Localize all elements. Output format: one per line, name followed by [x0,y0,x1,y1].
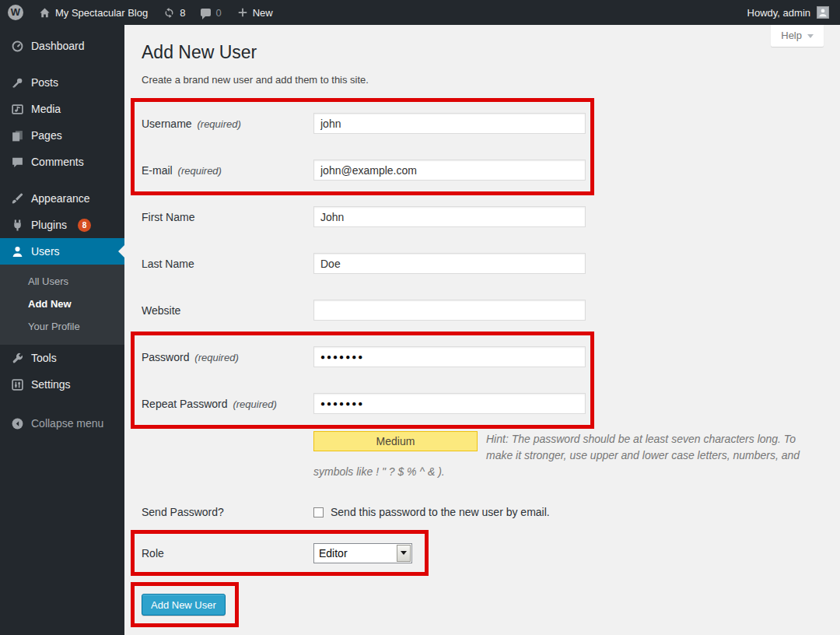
users-submenu: All Users Add New Your Profile [0,265,124,345]
settings-sliders-icon [10,377,24,391]
send-password-checkbox[interactable] [313,507,324,517]
collapse-menu-button[interactable]: Collapse menu [0,410,124,437]
highlight-box-role: Role Editor [131,530,429,576]
highlight-box-passwords: Password (required) Repeat Password (req… [131,332,594,429]
role-selected-value: Editor [314,547,396,560]
active-menu-arrow [112,245,124,258]
email-label: E-mail (required) [142,164,313,177]
admin-bar: W My Spectacular Blog 8 0 New Howdy, adm… [0,0,840,25]
sidebar-item-tools[interactable]: Tools [0,345,124,371]
email-input[interactable] [313,160,586,181]
wordpress-logo-icon: W [8,5,23,20]
admin-content: Help Add New User Create a brand new use… [124,25,840,635]
password-input[interactable] [313,346,586,367]
add-user-form: Username (required) E-mail (required) Fi… [142,98,818,627]
media-icon [10,102,24,116]
website-label: Website [142,304,313,317]
sidebar-item-label: Tools [31,352,57,364]
password-strength-area: Medium Hint: The password should be at l… [313,431,804,480]
last-name-label: Last Name [142,258,313,270]
last-name-input[interactable] [313,253,586,274]
admin-sidebar: Dashboard Posts Media Pages Comments App… [0,25,124,635]
updates-link[interactable]: 8 [156,0,193,25]
new-label: New [253,7,273,19]
submenu-all-users[interactable]: All Users [0,270,124,293]
sidebar-item-posts[interactable]: Posts [0,69,124,96]
website-row: Website [142,300,818,321]
sidebar-item-appearance[interactable]: Appearance [0,185,124,212]
password-row: Password (required) [142,346,586,367]
avatar [817,6,829,19]
role-row: Role Editor [142,542,412,563]
sidebar-item-plugins[interactable]: Plugins 8 [0,212,124,238]
site-name-link[interactable]: My Spectacular Blog [31,0,156,25]
submenu-add-new[interactable]: Add New [0,293,124,315]
select-dropdown-button[interactable] [397,545,411,562]
username-label: Username (required) [142,118,313,130]
sidebar-item-label: Posts [31,76,58,89]
paintbrush-icon [10,191,24,205]
sidebar-item-pages[interactable]: Pages [0,122,124,149]
email-row: E-mail (required) [142,160,586,181]
pages-icon [10,128,24,142]
sidebar-item-label: Media [31,103,61,115]
comment-bubble-icon [201,9,211,16]
repeat-password-label: Repeat Password (required) [142,398,313,410]
sidebar-item-dashboard[interactable]: Dashboard [0,33,124,59]
user-icon [10,244,24,258]
repeat-password-row: Repeat Password (required) [142,393,586,414]
page-subtitle: Create a brand new user and add them to … [142,74,818,86]
highlight-box-submit: Add New User [131,582,239,627]
last-name-row: Last Name [142,253,818,274]
submenu-your-profile[interactable]: Your Profile [0,315,124,338]
sidebar-item-label: Collapse menu [31,417,103,430]
sidebar-item-users[interactable]: Users [0,238,124,265]
required-marker: (required) [233,398,276,410]
chevron-down-icon [807,34,814,41]
role-select[interactable]: Editor [313,543,412,563]
new-content-menu[interactable]: New [229,0,281,25]
comments-link[interactable]: 0 [193,0,229,25]
sidebar-item-label: Plugins [31,219,67,231]
dashboard-icon [10,39,24,53]
sidebar-item-label: Comments [31,156,84,168]
first-name-row: First Name [142,206,818,227]
send-password-row: Send Password? Send this password to the… [142,480,818,518]
sidebar-item-label: Appearance [31,192,90,205]
wordpress-menu[interactable]: W [0,0,31,25]
plugins-update-badge: 8 [78,219,91,232]
required-marker: (required) [178,165,222,177]
password-label: Password (required) [142,351,313,363]
sidebar-item-label: Pages [31,129,62,142]
collapse-arrow-icon [10,416,24,430]
send-password-label: Send Password? [142,506,313,518]
sidebar-item-settings[interactable]: Settings [0,371,124,398]
add-new-user-button[interactable]: Add New User [142,594,226,616]
password-strength-meter: Medium [313,431,478,451]
username-row: Username (required) [142,113,586,134]
sidebar-item-label: Settings [31,378,71,391]
first-name-input[interactable] [313,206,586,227]
update-icon [163,7,175,19]
account-menu[interactable]: Howdy, admin [747,6,840,19]
plugin-icon [10,218,24,232]
howdy-label: Howdy, admin [747,7,810,19]
website-input[interactable] [313,300,586,321]
sidebar-item-label: Dashboard [31,40,85,52]
username-input[interactable] [313,113,586,134]
site-name-label: My Spectacular Blog [55,7,148,19]
comment-count: 0 [215,7,221,19]
comments-icon [10,155,24,169]
sidebar-item-media[interactable]: Media [0,96,124,122]
home-icon [39,7,51,19]
repeat-password-input[interactable] [313,393,586,414]
help-button[interactable]: Help [771,25,824,47]
page-title: Add New User [142,40,818,64]
update-count: 8 [180,7,185,19]
required-marker: (required) [194,352,238,363]
pushpin-icon [10,75,24,89]
help-label: Help [781,30,802,41]
sidebar-item-comments[interactable]: Comments [0,149,124,175]
send-password-checkbox-label: Send this password to the new user by em… [331,506,550,518]
required-marker: (required) [197,118,240,130]
